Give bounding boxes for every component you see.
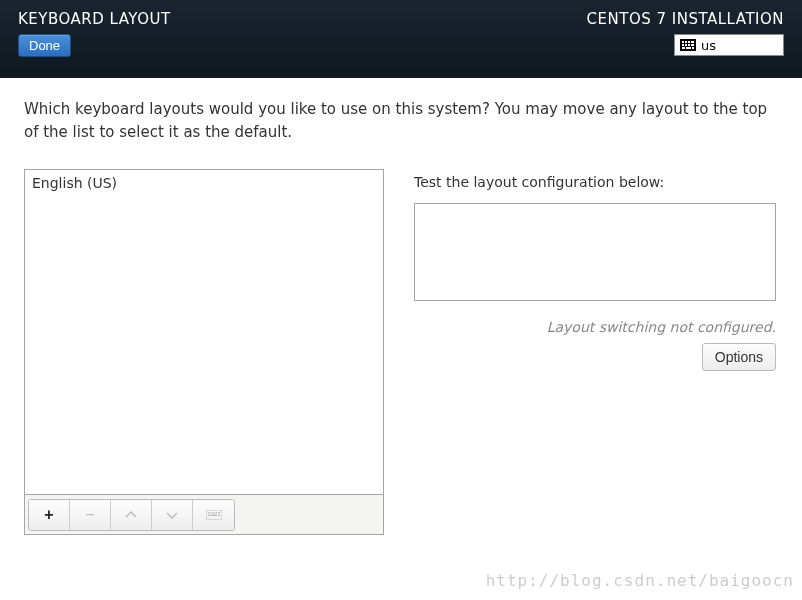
columns: English (US) + − <box>24 169 778 535</box>
installer-subtitle: CENTOS 7 INSTALLATION <box>587 10 784 28</box>
svg-rect-16 <box>215 512 217 514</box>
svg-rect-3 <box>688 41 690 43</box>
plus-icon: + <box>44 506 53 524</box>
done-button[interactable]: Done <box>18 34 71 57</box>
toolbar-group: + − <box>28 499 235 531</box>
test-column: Test the layout configuration below: Lay… <box>414 169 776 535</box>
svg-rect-6 <box>685 44 687 46</box>
svg-rect-19 <box>211 514 217 516</box>
add-layout-button[interactable]: + <box>29 500 70 530</box>
layout-toolbar: + − <box>24 495 384 535</box>
test-input[interactable] <box>414 203 776 301</box>
options-row: Options <box>414 343 776 371</box>
test-label: Test the layout configuration below: <box>414 169 776 190</box>
switch-status: Layout switching not configured. <box>414 319 776 335</box>
layout-list[interactable]: English (US) <box>24 169 384 495</box>
keyboard-indicator[interactable]: us <box>674 34 784 56</box>
layout-item[interactable]: English (US) <box>25 170 383 196</box>
svg-rect-1 <box>682 41 684 43</box>
svg-rect-15 <box>213 512 215 514</box>
chevron-down-icon <box>166 511 178 519</box>
minus-icon: − <box>85 506 94 524</box>
description-text: Which keyboard layouts would you like to… <box>24 98 778 143</box>
layouts-column: English (US) + − <box>24 169 384 535</box>
svg-rect-7 <box>688 44 690 46</box>
preview-layout-button[interactable] <box>193 500 234 530</box>
svg-rect-5 <box>682 44 684 46</box>
header-right: CENTOS 7 INSTALLATION us <box>587 10 784 56</box>
keyboard-indicator-label: us <box>701 38 716 53</box>
keyboard-icon <box>680 39 696 51</box>
svg-rect-9 <box>682 47 685 49</box>
options-button[interactable]: Options <box>702 343 776 371</box>
svg-rect-17 <box>218 512 220 514</box>
installer-header: KEYBOARD LAYOUT Done CENTOS 7 INSTALLATI… <box>0 0 802 78</box>
remove-layout-button[interactable]: − <box>70 500 111 530</box>
svg-rect-13 <box>208 512 210 514</box>
keyboard-preview-icon <box>206 510 222 520</box>
svg-rect-14 <box>210 512 212 514</box>
svg-rect-8 <box>691 44 694 46</box>
svg-rect-4 <box>691 41 694 43</box>
svg-rect-2 <box>685 41 687 43</box>
svg-rect-20 <box>218 514 220 516</box>
move-up-button[interactable] <box>111 500 152 530</box>
svg-rect-18 <box>208 514 210 516</box>
watermark-text: http://blog.csdn.net/baigoocn <box>486 571 794 590</box>
chevron-up-icon <box>125 511 137 519</box>
svg-rect-10 <box>686 47 691 49</box>
move-down-button[interactable] <box>152 500 193 530</box>
content-area: Which keyboard layouts would you like to… <box>0 78 802 555</box>
svg-rect-11 <box>692 47 694 49</box>
